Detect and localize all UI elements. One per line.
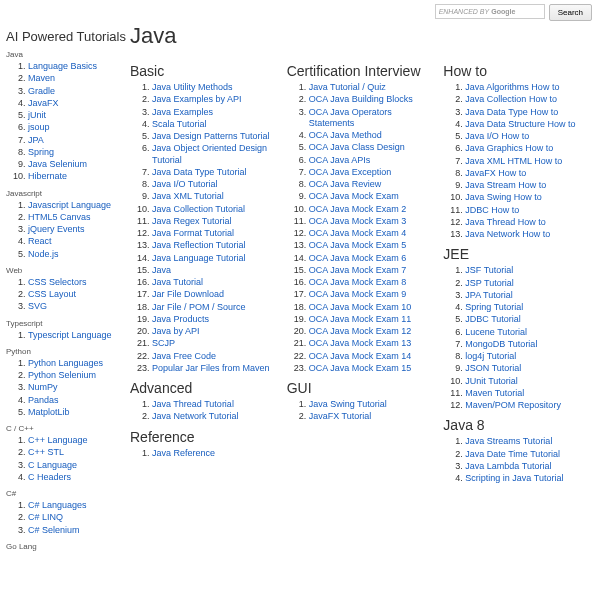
- sidebar-link[interactable]: Java Selenium: [28, 159, 87, 169]
- content-link[interactable]: JUnit Tutorial: [465, 376, 518, 386]
- sidebar-link[interactable]: jUnit: [28, 110, 46, 120]
- content-link[interactable]: OCA Java Method: [309, 130, 382, 140]
- sidebar-link[interactable]: MatplotLib: [28, 407, 70, 417]
- sidebar-link[interactable]: C# Selenium: [28, 525, 80, 535]
- content-link[interactable]: Java Collection How to: [465, 94, 557, 104]
- content-link[interactable]: OCA Java Class Design: [309, 142, 405, 152]
- content-link[interactable]: Maven/POM Repository: [465, 400, 561, 410]
- sidebar-link[interactable]: JavaFX: [28, 98, 59, 108]
- sidebar-link[interactable]: React: [28, 236, 52, 246]
- content-link[interactable]: SCJP: [152, 338, 175, 348]
- sidebar-link[interactable]: Typescript Language: [28, 330, 112, 340]
- content-link[interactable]: OCA Java Building Blocks: [309, 94, 413, 104]
- content-link[interactable]: Java Lambda Tutorial: [465, 461, 551, 471]
- content-link[interactable]: JSF Tutorial: [465, 265, 513, 275]
- content-link[interactable]: Java Swing Tutorial: [309, 399, 387, 409]
- sidebar-link[interactable]: jQuery Events: [28, 224, 85, 234]
- content-link[interactable]: OCA Java Exception: [309, 167, 392, 177]
- content-link[interactable]: JDBC How to: [465, 205, 519, 215]
- content-link[interactable]: Scripting in Java Tutorial: [465, 473, 563, 483]
- sidebar-link[interactable]: HTML5 Canvas: [28, 212, 91, 222]
- content-link[interactable]: OCA Java Mock Exam 11: [309, 314, 412, 324]
- sidebar-link[interactable]: CSS Selectors: [28, 277, 87, 287]
- sidebar-link[interactable]: Python Languages: [28, 358, 103, 368]
- sidebar-link[interactable]: Node.js: [28, 249, 59, 259]
- sidebar-link[interactable]: JPA: [28, 135, 44, 145]
- content-link[interactable]: MongoDB Tutorial: [465, 339, 537, 349]
- content-link[interactable]: OCA Java Mock Exam 2: [309, 204, 407, 214]
- content-link[interactable]: Scala Tutorial: [152, 119, 207, 129]
- content-link[interactable]: JSON Tutorial: [465, 363, 521, 373]
- content-link[interactable]: OCA Java Mock Exam 13: [309, 338, 412, 348]
- content-link[interactable]: Java Reflection Tutorial: [152, 240, 246, 250]
- content-link[interactable]: Java XML HTML How to: [465, 156, 562, 166]
- sidebar-link[interactable]: CSS Layout: [28, 289, 76, 299]
- sidebar-link[interactable]: C++ Language: [28, 435, 88, 445]
- content-link[interactable]: Jar File / POM / Source: [152, 302, 246, 312]
- content-link[interactable]: OCA Java Mock Exam: [309, 191, 399, 201]
- search-button[interactable]: Search: [549, 4, 592, 21]
- content-link[interactable]: Java Thread Tutorial: [152, 399, 234, 409]
- content-link[interactable]: Java Swing How to: [465, 192, 542, 202]
- content-link[interactable]: Spring Tutorial: [465, 302, 523, 312]
- content-link[interactable]: OCA Java Mock Exam 4: [309, 228, 407, 238]
- content-link[interactable]: OCA Java Operators Statements: [309, 107, 392, 128]
- content-link[interactable]: Java Collection Tutorial: [152, 204, 245, 214]
- content-link[interactable]: Lucene Tutorial: [465, 327, 527, 337]
- sidebar-link[interactable]: C++ STL: [28, 447, 64, 457]
- content-link[interactable]: Java Language Tutorial: [152, 253, 246, 263]
- content-link[interactable]: Java Data Type Tutorial: [152, 167, 246, 177]
- sidebar-link[interactable]: Hibernate: [28, 171, 67, 181]
- sidebar-link[interactable]: jsoup: [28, 122, 50, 132]
- content-link[interactable]: OCA Java Mock Exam 12: [309, 326, 412, 336]
- content-link[interactable]: OCA Java Mock Exam 14: [309, 351, 412, 361]
- search-input[interactable]: ENHANCED BY Google: [435, 4, 545, 19]
- content-link[interactable]: OCA Java Mock Exam 15: [309, 363, 412, 373]
- content-link[interactable]: JavaFX Tutorial: [309, 411, 372, 421]
- sidebar-link[interactable]: Pandas: [28, 395, 59, 405]
- content-link[interactable]: Java Examples: [152, 107, 213, 117]
- content-link[interactable]: Java by API: [152, 326, 200, 336]
- content-link[interactable]: Java XML Tutorial: [152, 191, 224, 201]
- content-link[interactable]: Java Regex Tutorial: [152, 216, 232, 226]
- content-link[interactable]: Java Object Oriented Design Tutorial: [152, 143, 267, 164]
- content-link[interactable]: JSP Tutorial: [465, 278, 513, 288]
- content-link[interactable]: Java Format Tutorial: [152, 228, 234, 238]
- content-link[interactable]: OCA Java Review: [309, 179, 382, 189]
- content-link[interactable]: Java Network Tutorial: [152, 411, 239, 421]
- content-link[interactable]: Java Data Structure How to: [465, 119, 575, 129]
- sidebar-link[interactable]: NumPy: [28, 382, 58, 392]
- content-link[interactable]: Java Graphics How to: [465, 143, 553, 153]
- sidebar-link[interactable]: SVG: [28, 301, 47, 311]
- content-link[interactable]: Java I/O How to: [465, 131, 529, 141]
- content-link[interactable]: Java Utility Methods: [152, 82, 233, 92]
- content-link[interactable]: Java: [152, 265, 171, 275]
- content-link[interactable]: log4j Tutorial: [465, 351, 516, 361]
- content-link[interactable]: Java Tutorial: [152, 277, 203, 287]
- content-link[interactable]: Jar File Download: [152, 289, 224, 299]
- content-link[interactable]: Java Thread How to: [465, 217, 545, 227]
- content-link[interactable]: OCA Java Mock Exam 7: [309, 265, 407, 275]
- content-link[interactable]: OCA Java Mock Exam 10: [309, 302, 412, 312]
- content-link[interactable]: Java Free Code: [152, 351, 216, 361]
- content-link[interactable]: JPA Tutorial: [465, 290, 512, 300]
- content-link[interactable]: OCA Java Mock Exam 5: [309, 240, 407, 250]
- content-link[interactable]: OCA Java Mock Exam 8: [309, 277, 407, 287]
- content-link[interactable]: OCA Java APIs: [309, 155, 371, 165]
- content-link[interactable]: Java Tutorial / Quiz: [309, 82, 386, 92]
- sidebar-link[interactable]: Maven: [28, 73, 55, 83]
- content-link[interactable]: JDBC Tutorial: [465, 314, 521, 324]
- content-link[interactable]: JavaFX How to: [465, 168, 526, 178]
- sidebar-link[interactable]: C Language: [28, 460, 77, 470]
- content-link[interactable]: Java Network How to: [465, 229, 550, 239]
- content-link[interactable]: Java Algorithms How to: [465, 82, 559, 92]
- content-link[interactable]: Java I/O Tutorial: [152, 179, 218, 189]
- sidebar-link[interactable]: C# Languages: [28, 500, 87, 510]
- content-link[interactable]: Popular Jar Files from Maven: [152, 363, 270, 373]
- content-link[interactable]: OCA Java Mock Exam 9: [309, 289, 407, 299]
- sidebar-link[interactable]: Language Basics: [28, 61, 97, 71]
- sidebar-link[interactable]: Python Selenium: [28, 370, 96, 380]
- content-link[interactable]: Java Stream How to: [465, 180, 546, 190]
- sidebar-link[interactable]: C Headers: [28, 472, 71, 482]
- sidebar-link[interactable]: Javascript Language: [28, 200, 111, 210]
